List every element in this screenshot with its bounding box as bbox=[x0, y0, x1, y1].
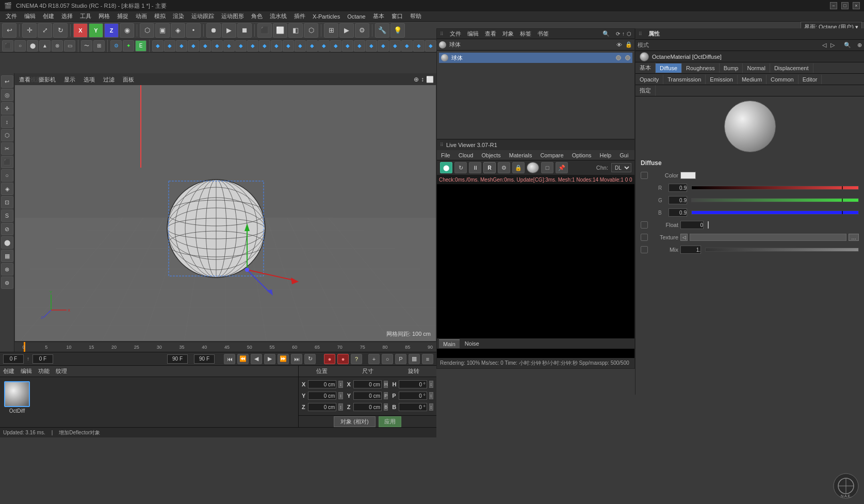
menu-item-捕捉[interactable]: 捕捉 bbox=[113, 11, 132, 21]
om-icon2[interactable]: ↑ bbox=[622, 31, 625, 37]
om-vis-btn[interactable]: 👁 bbox=[616, 42, 622, 48]
lv-menu-cloud[interactable]: Cloud bbox=[457, 151, 476, 159]
cone-btn[interactable]: ▲ bbox=[39, 40, 51, 52]
tool17[interactable]: ◆ bbox=[342, 40, 353, 52]
tool4[interactable]: ◆ bbox=[188, 40, 199, 52]
left-tool-2[interactable]: ◎ bbox=[1, 89, 13, 101]
r-input[interactable] bbox=[669, 184, 687, 192]
step-back-btn[interactable]: ⏪ bbox=[237, 354, 249, 364]
undo-button[interactable]: ↩ bbox=[2, 23, 17, 38]
spline-btn[interactable]: 〜 bbox=[81, 40, 92, 52]
tool18[interactable]: ◆ bbox=[354, 40, 365, 52]
mp-tab-assign[interactable]: 指定 bbox=[635, 85, 656, 96]
om-menu-file[interactable]: 文件 bbox=[450, 30, 461, 38]
select-poly-btn[interactable]: ▣ bbox=[155, 23, 170, 38]
tool12[interactable]: ◆ bbox=[283, 40, 294, 52]
play-btn[interactable]: ▶ bbox=[222, 23, 236, 38]
mp-search-icon[interactable]: 🔍 bbox=[844, 42, 851, 48]
left-tool-14[interactable]: ▦ bbox=[1, 250, 13, 262]
coord-y-icon[interactable]: ↕ bbox=[338, 392, 343, 399]
menu-item-X-Particles[interactable]: X-Particles bbox=[309, 12, 344, 21]
select-point-btn[interactable]: • bbox=[186, 23, 201, 38]
mp-tab-diffuse[interactable]: Diffuse bbox=[656, 63, 682, 73]
left-tool-10[interactable]: ⊡ bbox=[1, 196, 13, 208]
transport-extra5[interactable]: ≡ bbox=[422, 354, 433, 364]
menu-item-运动跟踪[interactable]: 运动跟踪 bbox=[188, 11, 218, 21]
tool15[interactable]: ◆ bbox=[318, 40, 330, 52]
transport-extra4[interactable]: ▦ bbox=[409, 354, 420, 364]
mp-icon1[interactable]: ⊕ bbox=[857, 42, 862, 48]
mp-tab-opacity[interactable]: Opacity bbox=[635, 75, 663, 84]
left-tool-1[interactable]: ↩ bbox=[1, 75, 13, 88]
left-tool-11[interactable]: S bbox=[1, 209, 13, 222]
lv-menu-compare[interactable]: Compare bbox=[538, 151, 565, 159]
tool24[interactable]: ◆ bbox=[425, 40, 436, 52]
mp-tab-emission[interactable]: Emission bbox=[706, 75, 738, 84]
close-button[interactable]: × bbox=[853, 2, 860, 9]
mat-thumbnail[interactable] bbox=[4, 381, 30, 407]
x-axis-btn[interactable]: X bbox=[73, 23, 88, 38]
mat-menu-create[interactable]: 创建 bbox=[3, 367, 14, 375]
coord-y-rot-icon[interactable]: ↕ bbox=[429, 392, 433, 399]
left-tool-4[interactable]: ↕ bbox=[1, 116, 13, 128]
loop-btn[interactable]: ↻ bbox=[304, 354, 316, 364]
om-menu-tags[interactable]: 标签 bbox=[520, 30, 531, 38]
table-row[interactable]: 球体 bbox=[439, 53, 632, 63]
texture-toggle[interactable] bbox=[641, 234, 648, 241]
record-key-btn[interactable]: ● bbox=[337, 354, 349, 364]
menu-item-流水线[interactable]: 流水线 bbox=[266, 11, 290, 21]
lv-menu-materials[interactable]: Materials bbox=[507, 151, 534, 159]
mp-tab-transmission[interactable]: Transmission bbox=[663, 75, 706, 84]
mp-tab-common[interactable]: Common bbox=[767, 75, 798, 84]
left-tool-15[interactable]: ⊗ bbox=[1, 263, 13, 275]
go-start-btn[interactable]: ⏮ bbox=[224, 354, 235, 364]
coord-mode-btn[interactable]: 对象 (相对) bbox=[334, 416, 375, 427]
viewport-shading-btn[interactable]: ⬛ bbox=[257, 23, 272, 38]
render-active-btn[interactable]: ▶ bbox=[339, 23, 354, 38]
lv-settings-btn[interactable]: ⚙ bbox=[498, 162, 510, 173]
minimize-button[interactable]: − bbox=[830, 2, 837, 9]
lv-refresh-btn[interactable]: ↻ bbox=[454, 162, 467, 173]
vp-menu-filter[interactable]: 过滤 bbox=[101, 75, 117, 85]
tool13[interactable]: ◆ bbox=[295, 40, 306, 52]
menu-item-帮助[interactable]: 帮助 bbox=[406, 11, 425, 21]
coord-z-rot-icon[interactable]: ↕ bbox=[429, 403, 433, 411]
coord-x-pos[interactable] bbox=[308, 380, 336, 388]
coord-z-icon[interactable]: ↕ bbox=[338, 403, 343, 411]
left-tool-13[interactable]: ⬤ bbox=[1, 236, 13, 249]
texture-add-btn[interactable]: … bbox=[849, 234, 859, 241]
mix-input[interactable] bbox=[680, 246, 701, 254]
tool9[interactable]: ◆ bbox=[247, 40, 258, 52]
mix-toggle[interactable] bbox=[641, 246, 648, 253]
object-vis-dot[interactable] bbox=[616, 55, 621, 60]
vp-icon-3[interactable]: ⬜ bbox=[426, 76, 434, 83]
nurbs-btn[interactable]: ⊞ bbox=[93, 40, 105, 52]
stop-btn[interactable]: ⏹ bbox=[237, 23, 252, 38]
record-help-btn[interactable]: ? bbox=[351, 354, 362, 364]
om-lock-btn[interactable]: 🔒 bbox=[625, 41, 632, 48]
render-region-btn[interactable]: ⊞ bbox=[324, 23, 338, 38]
record-btn[interactable]: ⏺ bbox=[206, 23, 221, 38]
g-input[interactable] bbox=[669, 196, 687, 204]
vp-menu-camera[interactable]: 摄影机 bbox=[37, 75, 58, 85]
coord-x-rot-icon[interactable]: ↕ bbox=[429, 381, 433, 388]
coord-y-size[interactable] bbox=[353, 392, 382, 400]
om-menu-edit[interactable]: 编辑 bbox=[467, 30, 479, 38]
select-edge-btn[interactable]: ◈ bbox=[171, 23, 185, 38]
end-frame-input[interactable] bbox=[167, 354, 188, 364]
vp-menu-options[interactable]: 选项 bbox=[81, 75, 97, 85]
om-menu-bookmarks[interactable]: 书签 bbox=[537, 30, 549, 38]
vp-icon-2[interactable]: ↕ bbox=[421, 76, 424, 83]
deformer-btn[interactable]: ⚙ bbox=[110, 40, 122, 52]
lv-record-btn[interactable]: R bbox=[483, 162, 496, 173]
lv-menu-help[interactable]: Help bbox=[598, 151, 614, 159]
left-tool-12[interactable]: ⊘ bbox=[1, 223, 13, 235]
mp-tab-bump[interactable]: Bump bbox=[720, 63, 743, 73]
mat-menu-edit[interactable]: 编辑 bbox=[21, 367, 32, 375]
coord-x-rot[interactable] bbox=[399, 380, 427, 388]
move-tool[interactable]: ✛ bbox=[22, 23, 37, 38]
timeline[interactable]: 051015202530354045505560657075808590 bbox=[14, 342, 436, 352]
coord-z-size[interactable] bbox=[353, 403, 382, 411]
lv-pin-btn[interactable]: 📌 bbox=[556, 162, 568, 173]
tool3[interactable]: ◆ bbox=[176, 40, 187, 52]
